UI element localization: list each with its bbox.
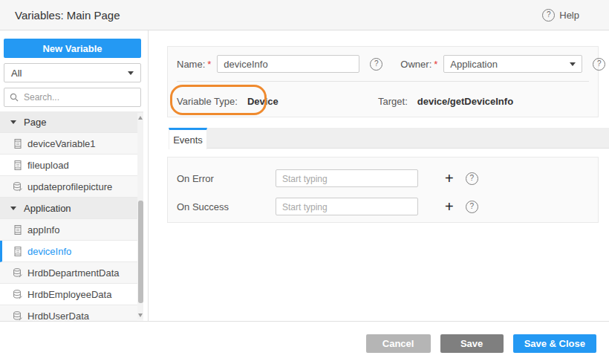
list-item[interactable]: updateprofilepicture [0, 176, 143, 198]
variables-sidebar: New Variable All Page deviceVariable1 fi… [0, 30, 149, 321]
chevron-down-icon [128, 71, 134, 75]
list-item[interactable]: HrdbUserData [0, 305, 143, 321]
chevron-down-icon [570, 62, 576, 66]
owner-label: Owner: [400, 59, 431, 70]
add-error-action-icon[interactable]: + [445, 171, 454, 186]
tab-bar: Events [149, 128, 609, 149]
name-label: Name: [177, 59, 205, 70]
list-item-label: HrdbDepartmentData [27, 267, 120, 279]
device-icon [13, 139, 22, 149]
group-row-application[interactable]: Application [0, 198, 143, 219]
list-item-selected[interactable]: deviceInfo [0, 241, 143, 262]
database-icon [13, 311, 22, 321]
tab-events[interactable]: Events [169, 128, 207, 149]
variable-type-label: Variable Type: [177, 96, 238, 107]
list-item-label: HrdbUserData [27, 311, 89, 322]
on-error-input[interactable] [276, 169, 418, 187]
on-error-help-icon[interactable] [466, 172, 478, 185]
list-item-label: appInfo [27, 224, 59, 235]
events-panel: On Error + On Success + [167, 157, 599, 223]
scroll-up-icon[interactable] [137, 113, 143, 122]
list-item[interactable]: fileupload [0, 155, 143, 176]
list-item[interactable]: HrdbEmployeeData [0, 284, 143, 305]
variable-detail-panel: Name: * Owner: * Application Variable Ty… [149, 30, 609, 321]
owner-value: Application [450, 59, 498, 70]
sidebar-scrollbar[interactable] [137, 113, 143, 319]
required-marker: * [207, 59, 211, 70]
name-field[interactable] [217, 55, 359, 73]
caret-down-icon [10, 207, 16, 210]
list-item-label: deviceVariable1 [27, 138, 96, 149]
save-button[interactable]: Save [440, 334, 504, 353]
owner-help-icon[interactable] [593, 58, 605, 71]
list-item[interactable]: appInfo [0, 219, 143, 241]
on-error-label: On Error [177, 173, 276, 184]
list-item-label: deviceInfo [27, 246, 71, 257]
variables-dialog: Variables: Main Page Help New Variable A… [0, 0, 609, 364]
tab-events-label: Events [173, 134, 203, 146]
dialog-header: Variables: Main Page Help [0, 0, 609, 30]
help-label: Help [559, 10, 579, 21]
variables-list: Page deviceVariable1 fileupload updatepr… [0, 111, 143, 321]
variable-form-panel: Name: * Owner: * Application Variable Ty… [167, 46, 599, 117]
search-icon [10, 93, 19, 102]
list-item-label: HrdbEmployeeData [27, 289, 111, 300]
form-divider [177, 81, 589, 82]
add-success-action-icon[interactable]: + [445, 199, 454, 214]
variable-filter-select[interactable]: All [4, 63, 141, 82]
help-icon [542, 9, 555, 22]
dialog-footer: Cancel Save Save & Close [0, 321, 609, 364]
target-value: device/getDeviceInfo [417, 96, 513, 107]
database-icon [13, 268, 22, 278]
owner-select[interactable]: Application [443, 55, 582, 73]
database-icon [13, 182, 22, 192]
new-variable-button[interactable]: New Variable [4, 39, 141, 58]
search-input[interactable] [22, 91, 140, 103]
cancel-button[interactable]: Cancel [366, 334, 431, 353]
device-icon [13, 160, 22, 170]
on-success-label: On Success [177, 201, 276, 212]
list-item-label: fileupload [27, 160, 69, 171]
tab-strip [207, 128, 609, 149]
scrollbar-thumb[interactable] [138, 201, 143, 303]
name-help-icon[interactable] [370, 58, 382, 71]
required-marker: * [434, 59, 437, 70]
variable-type-value: Device [247, 96, 279, 107]
list-item-label: updateprofilepicture [27, 181, 112, 192]
device-icon [13, 247, 22, 256]
save-and-close-button[interactable]: Save & Close [513, 334, 596, 353]
group-label: Application [24, 203, 71, 214]
help-button[interactable]: Help [542, 9, 579, 22]
caret-down-icon [10, 120, 16, 124]
scroll-down-icon[interactable] [137, 311, 143, 319]
group-label: Page [24, 117, 46, 128]
group-row-page[interactable]: Page [0, 111, 143, 133]
database-icon [13, 290, 22, 299]
on-success-input[interactable] [276, 198, 418, 215]
filter-value: All [11, 68, 22, 79]
device-icon [13, 225, 22, 235]
page-title: Variables: Main Page [15, 9, 120, 22]
target-label: Target: [378, 96, 408, 107]
list-item[interactable]: HrdbDepartmentData [0, 262, 143, 284]
on-success-help-icon[interactable] [466, 201, 478, 213]
variable-search [4, 88, 141, 107]
list-item[interactable]: deviceVariable1 [0, 133, 143, 155]
